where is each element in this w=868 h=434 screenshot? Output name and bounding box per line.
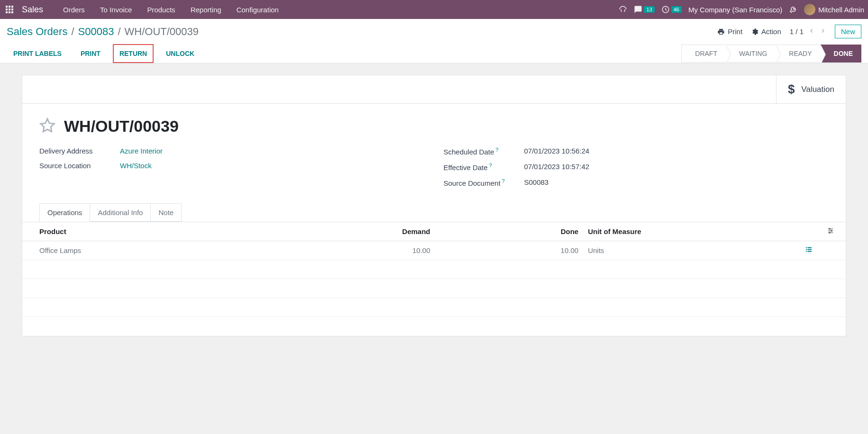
source-document-value: S00083 bbox=[524, 178, 549, 187]
detailed-operations-icon[interactable] bbox=[805, 247, 813, 255]
breadcrumb-parent[interactable]: S00083 bbox=[78, 26, 114, 38]
status-waiting[interactable]: WAITING bbox=[726, 45, 776, 63]
table-row[interactable]: Office Lamps 10.00 10.00 Units bbox=[22, 241, 846, 260]
print-button[interactable]: PRINT bbox=[74, 44, 107, 63]
effective-date-label: Effective Date? bbox=[444, 163, 524, 172]
nav-products[interactable]: Products bbox=[140, 6, 182, 14]
user-name: Mitchell Admin bbox=[818, 6, 864, 14]
svg-rect-9 bbox=[807, 247, 812, 248]
notebook-tabs: Operations Additional Info Note bbox=[39, 203, 829, 222]
breadcrumb-root[interactable]: Sales Orders bbox=[7, 26, 67, 38]
table-row-empty bbox=[22, 298, 846, 317]
help-icon[interactable]: ? bbox=[502, 178, 505, 184]
svg-point-7 bbox=[829, 232, 831, 234]
cell-done: 10.00 bbox=[434, 241, 583, 260]
svg-point-5 bbox=[831, 230, 832, 232]
delivery-address-value[interactable]: Azure Interior bbox=[120, 147, 163, 155]
svg-rect-8 bbox=[806, 247, 807, 248]
pager-value[interactable]: 1 / 1 bbox=[790, 27, 804, 36]
col-uom: Unit of Measure bbox=[582, 222, 763, 241]
messages-badge: 13 bbox=[644, 6, 654, 13]
source-location-value[interactable]: WH/Stock bbox=[120, 162, 152, 170]
user-menu[interactable]: Mitchell Admin bbox=[804, 4, 864, 15]
status-ready[interactable]: READY bbox=[776, 45, 820, 63]
printer-icon bbox=[717, 28, 725, 36]
print-labels-button[interactable]: PRINT LABELS bbox=[7, 44, 68, 63]
company-switcher[interactable]: My Company (San Francisco) bbox=[688, 6, 782, 14]
cell-product: Office Lamps bbox=[22, 241, 335, 260]
help-icon[interactable]: ? bbox=[489, 163, 492, 168]
tab-additional-info[interactable]: Additional Info bbox=[90, 203, 151, 222]
delivery-address-label: Delivery Address bbox=[39, 147, 120, 155]
activities-icon[interactable]: 46 bbox=[661, 5, 682, 14]
priority-star-icon[interactable] bbox=[39, 118, 55, 136]
top-navbar: Sales Orders To Invoice Products Reporti… bbox=[0, 0, 868, 19]
new-button[interactable]: New bbox=[835, 25, 861, 38]
record-title: WH/OUT/00039 bbox=[64, 117, 179, 136]
tab-note[interactable]: Note bbox=[150, 203, 182, 222]
effective-date-value: 07/01/2023 10:57:42 bbox=[524, 163, 590, 172]
table-row-empty bbox=[22, 279, 846, 298]
svg-rect-10 bbox=[806, 249, 807, 250]
col-done: Done bbox=[434, 222, 583, 241]
source-location-label: Source Location bbox=[39, 162, 120, 170]
print-dropdown[interactable]: Print bbox=[717, 27, 742, 36]
valuation-stat-button[interactable]: $ Valuation bbox=[776, 75, 846, 103]
tab-operations[interactable]: Operations bbox=[39, 203, 90, 222]
scheduled-date-label: Scheduled Date? bbox=[444, 147, 524, 156]
nav-to-invoice[interactable]: To Invoice bbox=[93, 6, 139, 14]
scheduled-date-value: 07/01/2023 10:56:24 bbox=[524, 147, 590, 156]
gear-icon bbox=[751, 28, 758, 36]
cell-demand: 10.00 bbox=[335, 241, 434, 260]
pager-next[interactable] bbox=[820, 27, 826, 36]
svg-marker-1 bbox=[41, 118, 54, 131]
action-dropdown[interactable]: Action bbox=[751, 27, 781, 36]
debug-icon[interactable] bbox=[789, 5, 797, 14]
breadcrumb-current: WH/OUT/00039 bbox=[125, 26, 199, 38]
form-sheet: $ Valuation WH/OUT/00039 Delivery Addres… bbox=[22, 75, 846, 336]
control-panel: Sales Orders / S00083 / WH/OUT/00039 Pri… bbox=[0, 19, 868, 63]
table-row-empty bbox=[22, 260, 846, 279]
unlock-button[interactable]: UNLOCK bbox=[159, 44, 201, 63]
nav-configuration[interactable]: Configuration bbox=[230, 6, 285, 14]
operations-table: Product Demand Done Unit of Measure Off bbox=[22, 222, 846, 336]
help-icon[interactable]: ? bbox=[495, 147, 498, 153]
support-icon[interactable] bbox=[619, 5, 627, 14]
pager-prev[interactable] bbox=[808, 27, 815, 36]
svg-rect-12 bbox=[806, 251, 807, 252]
pager: 1 / 1 bbox=[790, 27, 826, 36]
nav-orders[interactable]: Orders bbox=[56, 6, 91, 14]
svg-point-3 bbox=[829, 228, 831, 230]
status-done[interactable]: DONE bbox=[821, 45, 861, 63]
breadcrumb: Sales Orders / S00083 / WH/OUT/00039 bbox=[7, 26, 199, 38]
status-draft[interactable]: DRAFT bbox=[681, 45, 726, 63]
nav-reporting[interactable]: Reporting bbox=[184, 6, 228, 14]
return-button[interactable]: RETURN bbox=[113, 44, 154, 63]
col-demand: Demand bbox=[335, 222, 434, 241]
cell-uom: Units bbox=[582, 241, 763, 260]
messages-icon[interactable]: 13 bbox=[634, 5, 654, 14]
svg-rect-11 bbox=[807, 249, 812, 250]
activities-badge: 46 bbox=[671, 6, 682, 13]
avatar bbox=[804, 4, 815, 15]
app-title[interactable]: Sales bbox=[22, 5, 43, 15]
status-bar: DRAFT WAITING READY DONE bbox=[681, 45, 861, 63]
apps-icon[interactable] bbox=[6, 6, 13, 13]
svg-rect-13 bbox=[807, 251, 812, 252]
col-product: Product bbox=[22, 222, 335, 241]
table-row-empty bbox=[22, 317, 846, 336]
optional-columns-icon[interactable] bbox=[827, 228, 834, 236]
source-document-label: Source Document? bbox=[444, 178, 524, 187]
dollar-icon: $ bbox=[788, 82, 795, 97]
